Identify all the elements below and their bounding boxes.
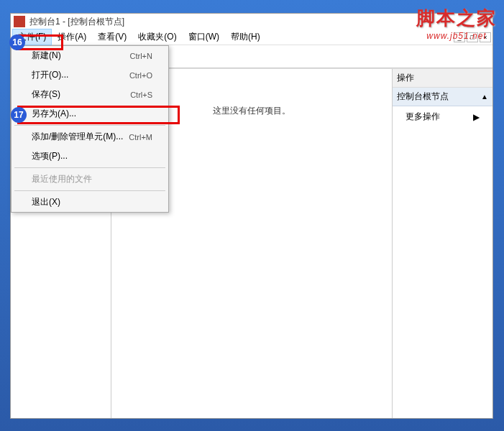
dd-new-shortcut: Ctrl+N [130,52,152,60]
menu-window[interactable]: 窗口(W) [183,29,225,45]
watermark-en: www.jb51.net [426,31,486,41]
dd-save-shortcut: Ctrl+S [130,91,152,99]
dd-recent-label: 最近使用的文件 [32,173,92,185]
dd-new[interactable]: 新建(N) Ctrl+N [12,46,168,65]
dd-open-shortcut: Ctrl+O [129,71,152,80]
dd-separator-3 [14,190,165,191]
dd-options[interactable]: 选项(P)... [12,147,168,166]
app-icon [14,16,25,27]
dd-open[interactable]: 打开(O)... Ctrl+O [12,65,168,85]
menu-favorites[interactable]: 收藏夹(O) [132,29,182,45]
annotation-number-16: 16 [9,34,25,50]
watermark: 脚本之家 www.jb51.net [416,6,497,41]
actions-section[interactable]: 控制台根节点 ▲ [393,88,492,106]
actions-section-label: 控制台根节点 [397,91,449,103]
dd-options-label: 选项(P)... [32,150,68,162]
file-dropdown: 新建(N) Ctrl+N 打开(O)... Ctrl+O 保存(S) Ctrl+… [11,45,169,213]
dd-addremove-label: 添加/删除管理单元(M)... [32,131,123,143]
submenu-arrow-icon: ▶ [473,112,480,122]
more-actions-label: 更多操作 [406,111,440,123]
dd-exit[interactable]: 退出(X) [12,193,168,212]
menu-help[interactable]: 帮助(H) [225,29,266,45]
dd-separator-1 [14,125,165,126]
dd-addremove-snapin[interactable]: 添加/删除管理单元(M)... Ctrl+M [12,127,168,147]
more-actions-item[interactable]: 更多操作 ▶ [393,106,492,127]
annotation-number-17: 17 [11,107,27,123]
actions-panel: 操作 控制台根节点 ▲ 更多操作 ▶ [392,69,492,418]
menu-action[interactable]: 操作(A) [52,29,92,45]
dd-exit-label: 退出(X) [32,196,60,208]
dd-new-label: 新建(N) [32,50,61,62]
dd-open-label: 打开(O)... [32,69,68,81]
dd-recent: 最近使用的文件 [12,170,168,189]
dd-save-label: 保存(S) [32,88,60,101]
actions-header: 操作 [393,69,492,88]
menu-view[interactable]: 查看(V) [92,29,132,45]
dd-separator-2 [14,167,165,168]
collapse-arrow-icon: ▲ [481,93,488,101]
watermark-cn: 脚本之家 [416,6,497,31]
dd-save[interactable]: 保存(S) Ctrl+S [12,85,168,104]
dd-saveas-label: 另存为(A)... [32,108,76,120]
window-title: 控制台1 - [控制台根节点] [29,16,124,28]
dd-addremove-shortcut: Ctrl+M [129,133,152,142]
dd-saveas[interactable]: 另存为(A)... [12,104,168,124]
mmc-window: 控制台1 - [控制台根节点] 文件(F) 操作(A) 查看(V) 收藏夹(O)… [10,13,493,419]
